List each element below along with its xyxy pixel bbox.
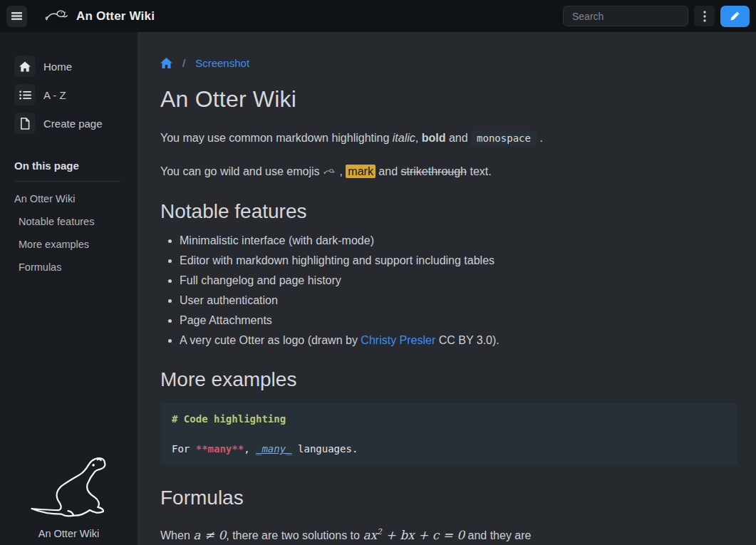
more-menu-button[interactable] [694,6,715,26]
text-run: When [160,529,193,541]
sidebar-item-home[interactable]: Home [14,56,138,77]
intro-paragraph-2: You can go wild and use emojis , mark an… [160,164,737,180]
text-run: . [537,132,543,144]
list-item: Editor with markdown highlighting and su… [180,254,737,267]
toc-link-an-otter-wiki[interactable]: An Otter Wiki [14,193,120,204]
menu-button[interactable] [6,6,27,27]
strikethrough-sample: strikethrough [401,165,467,177]
code-line: # Code highlighting [172,412,726,427]
section-title-formulas: Formulas [160,487,737,509]
on-this-page-title: On this page [14,160,120,182]
italic-sample: italic [393,132,415,144]
formulas-paragraph: When a ≠ 0, there are two solutions to a… [160,527,737,544]
text-run: , [336,165,346,177]
inline-math: a ≠ 0 [193,528,226,542]
navbar-actions [563,6,750,27]
home-icon [14,56,36,77]
toc-link-formulas[interactable]: Formulas [14,261,120,273]
on-this-page-panel: On this page An Otter Wiki Notable featu… [14,160,120,273]
brand-link[interactable]: An Otter Wiki [44,8,155,25]
text-run: and [376,165,401,177]
sidebar-footer: An Otter Wiki [0,457,138,539]
sidebar-item-create-page[interactable]: Create page [14,113,138,134]
code-blank-line [172,427,726,442]
text-run: You may use common markdown highlighting [160,132,393,144]
section-title-more-examples: More examples [160,368,737,391]
code-italic-token: _many_ [256,443,292,455]
list-icon [14,84,36,105]
christy-presler-link[interactable]: Christy Presler [361,334,435,346]
breadcrumb: / Screenshot [160,57,737,69]
text-run: and they are [465,529,531,541]
inline-math: ax2 + bx + c = 0 [363,528,465,542]
breadcrumb-current-link[interactable]: Screenshot [195,57,249,69]
search-input[interactable] [563,6,688,26]
list-item: Minimalistic interface (with dark-mode) [180,234,737,247]
code-line: For **many**, _many_ languages. [172,442,726,457]
page-title: An Otter Wiki [160,86,737,113]
otter-drawing [29,457,110,521]
sidebar-item-label: Create page [43,118,103,130]
monospace-sample: monospace [471,130,537,146]
otter-emoji-icon [323,167,336,177]
main-row: Home A - Z [0,32,756,545]
new-page-icon [14,113,36,134]
kebab-menu-icon [703,11,706,22]
breadcrumb-home-link[interactable] [160,58,172,68]
features-list: Minimalistic interface (with dark-mode) … [160,234,737,347]
navbar: An Otter Wiki [0,0,756,32]
sidebar-item-label: A - Z [43,89,66,101]
text-run: text. [467,165,492,177]
code-bold-token: **many** [196,443,244,455]
sidebar-item-label: Home [43,61,72,73]
code-token: For [172,443,196,455]
page-content: / Screenshot An Otter Wiki You may use c… [138,32,756,545]
text-run: CC BY 3.0). [435,334,499,346]
text-run: and [445,132,471,144]
text-run: , there are two solutions to [226,529,363,541]
edit-page-button[interactable] [720,6,750,27]
app-title: An Otter Wiki [76,9,155,24]
otter-wiki-app: An Otter Wiki [0,0,756,545]
section-title-notable-features: Notable features [160,200,737,223]
sidebar: Home A - Z [0,32,138,545]
intro-paragraph-1: You may use common markdown highlighting… [160,130,737,146]
sidebar-item-a-z[interactable]: A - Z [14,84,138,105]
mark-sample: mark [346,165,376,178]
pencil-icon [730,11,740,21]
toc-link-notable-features[interactable]: Notable features [14,216,120,227]
code-heading-token: # Code highlighting [172,413,286,425]
sidebar-footer-label: An Otter Wiki [0,528,138,539]
list-item: A very cute Otter as logo (drawn by Chri… [180,334,737,347]
otter-logo-icon [44,8,70,25]
list-item: Page Attachments [180,314,737,327]
text-run: You can go wild and use emojis [160,165,323,177]
breadcrumb-home-icon [160,58,172,68]
code-block: # Code highlighting For **many**, _many_… [160,403,737,465]
code-token: languages. [292,443,358,455]
text-run: , [415,132,422,144]
list-item: User authentication [180,294,737,307]
bold-sample: bold [422,132,446,144]
breadcrumb-separator: / [182,57,185,69]
list-item: Full changelog and page history [180,274,737,287]
code-token: , [244,443,256,455]
toc-link-more-examples[interactable]: More examples [14,239,120,250]
text-run: A very cute Otter as logo (drawn by [180,334,361,346]
hamburger-icon [11,11,22,21]
